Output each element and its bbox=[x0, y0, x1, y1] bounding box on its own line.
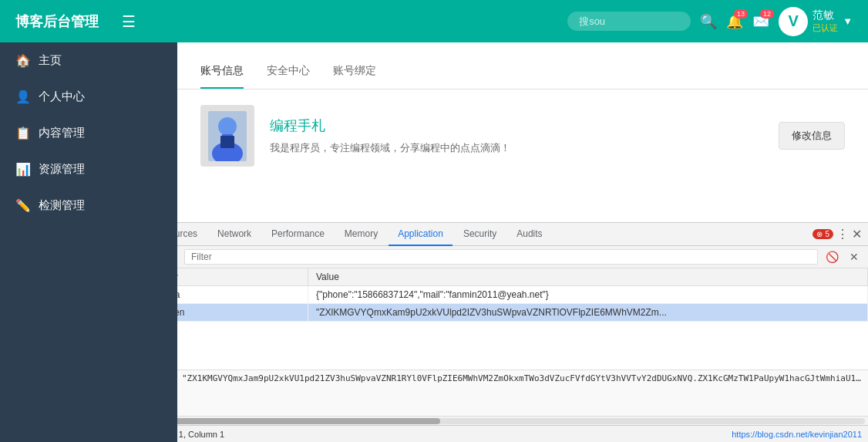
sidebar-item-home[interactable]: 🏠 主页 bbox=[0, 42, 177, 79]
row-value-token: "ZXlKMGVYQmxKam9pU2xkVUlpd2IZV3huSWpvaVZ… bbox=[308, 304, 868, 321]
sidebar-label-detection: 检测管理 bbox=[39, 198, 85, 213]
page-tabs: 账号信息 安全中心 账号绑定 bbox=[200, 58, 845, 89]
chevron-down-icon: ▼ bbox=[843, 15, 853, 27]
detection-icon: ✏️ bbox=[15, 198, 31, 213]
home-icon: 🏠 bbox=[15, 53, 31, 68]
profile-name: 编程手札 bbox=[270, 116, 763, 135]
table-row[interactable]: token "ZXlKMGVYQmxKam9pU2xkVUlpd2IZV3huS… bbox=[154, 304, 868, 322]
col-key: Key bbox=[154, 268, 308, 285]
profile-section: 编程手札 我是程序员，专注编程领域，分享编程中的点点滴滴！ 修改信息 bbox=[177, 89, 868, 182]
search-icon-btn[interactable]: 🔍 bbox=[700, 13, 717, 30]
devtools-more-icon[interactable]: ⋮ bbox=[836, 227, 849, 241]
avatar: V bbox=[779, 7, 808, 36]
profile-desc: 我是程序员，专注编程领域，分享编程中的点点滴滴！ bbox=[270, 141, 763, 155]
devtools-right-icons: ⊗ 5 ⋮ ✕ bbox=[812, 227, 862, 241]
block-icon[interactable]: 🚫 bbox=[823, 249, 842, 265]
scrollbar-thumb[interactable] bbox=[157, 418, 440, 424]
profile-avatar bbox=[200, 105, 254, 167]
preview-content: "ZX1KMGVYQmxJam9pU2xkVU1pd21ZV3huSWpvaVZ… bbox=[182, 373, 862, 383]
notification-badge: 13 bbox=[734, 9, 748, 19]
row-value-data: {"phone":"15866837124","mail":"fanmin201… bbox=[308, 286, 868, 303]
table-body: data {"phone":"15866837124","mail":"fanm… bbox=[154, 286, 868, 369]
preview-panel: 1 "ZX1KMGVYQmxJam9pU2xkVU1pd21ZV3huSWpva… bbox=[154, 369, 868, 416]
filter-input[interactable] bbox=[184, 249, 818, 265]
svg-rect-4 bbox=[220, 136, 234, 148]
user-avatar-section[interactable]: V 范敏 已认证 ▼ bbox=[779, 7, 853, 36]
tab-account-bind[interactable]: 账号绑定 bbox=[333, 58, 376, 89]
devtools-tab-network[interactable]: Network bbox=[208, 223, 261, 246]
devtools-tab-application[interactable]: Application bbox=[389, 223, 453, 246]
resource-icon: 📊 bbox=[15, 162, 31, 177]
sidebar-item-content[interactable]: 📋 内容管理 bbox=[0, 115, 177, 151]
url-text: https://blog.csdn.net/kevinjian2011 bbox=[732, 430, 862, 439]
scrollbar-track bbox=[157, 418, 865, 424]
hamburger-menu[interactable]: ☰ bbox=[122, 12, 567, 31]
data-table: Key Value data {"phone":"15866837124","m… bbox=[154, 268, 868, 369]
table-header: Key Value bbox=[154, 268, 868, 286]
app-logo: 博客后台管理 bbox=[15, 12, 99, 31]
error-count-badge: ⊗ 5 bbox=[812, 229, 833, 239]
sidebar: 🏠 主页 👤 个人中心 📋 内容管理 📊 资源管理 ✏️ 检测管理 bbox=[0, 42, 177, 442]
notification-bell[interactable]: 🔔 13 bbox=[726, 13, 743, 30]
content-icon: 📋 bbox=[15, 126, 31, 140]
tab-security[interactable]: 安全中心 bbox=[267, 58, 310, 89]
user-icon: 👤 bbox=[15, 89, 31, 104]
top-navigation: 博客后台管理 ☰ 🔍 🔔 13 ✉️ 12 V 范敏 已认证 ▼ bbox=[0, 0, 868, 42]
devtools-tab-security[interactable]: Security bbox=[454, 223, 506, 246]
sidebar-item-detection[interactable]: ✏️ 检测管理 bbox=[0, 187, 177, 224]
user-status: 已认证 bbox=[812, 22, 838, 34]
devtools-tab-performance[interactable]: Performance bbox=[262, 223, 334, 246]
edit-profile-button[interactable]: 修改信息 bbox=[779, 122, 845, 150]
preview-line: 1 "ZX1KMGVYQmxJam9pU2xkVU1pd21ZV3huSWpva… bbox=[160, 373, 862, 383]
sidebar-label-home: 主页 bbox=[39, 53, 62, 68]
sidebar-label-content: 内容管理 bbox=[39, 126, 85, 140]
devtools-statusbar: Line 1, Column 1 https://blog.csdn.net/k… bbox=[154, 425, 868, 442]
devtools-close-icon[interactable]: ✕ bbox=[852, 227, 862, 241]
profile-info: 编程手札 我是程序员，专注编程领域，分享编程中的点点滴滴！ bbox=[270, 116, 763, 155]
user-name: 范敏 bbox=[812, 8, 838, 22]
user-info: 范敏 已认证 bbox=[812, 8, 838, 34]
page-header: 账号信息 安全中心 账号绑定 bbox=[177, 42, 868, 89]
horizontal-scrollbar[interactable] bbox=[154, 416, 868, 425]
message-badge: 12 bbox=[760, 9, 774, 19]
devtools-tab-memory[interactable]: Memory bbox=[335, 223, 387, 246]
devtools-toolbar: 🔄 🚫 ✕ bbox=[154, 246, 868, 268]
message-icon[interactable]: ✉️ 12 bbox=[752, 13, 769, 30]
clear-icon[interactable]: ✕ bbox=[846, 249, 862, 265]
devtools-tab-audits[interactable]: Audits bbox=[507, 223, 551, 246]
svg-point-1 bbox=[218, 117, 237, 136]
search-input[interactable] bbox=[567, 12, 691, 31]
sidebar-label-resource: 资源管理 bbox=[39, 162, 85, 177]
tab-account-info[interactable]: 账号信息 bbox=[200, 58, 244, 89]
row-key-token: token bbox=[154, 304, 308, 321]
sidebar-label-profile: 个人中心 bbox=[39, 89, 85, 104]
header-right: 🔍 🔔 13 ✉️ 12 V 范敏 已认证 ▼ bbox=[567, 7, 853, 36]
table-row[interactable]: data {"phone":"15866837124","mail":"fanm… bbox=[154, 286, 868, 304]
sidebar-item-resource[interactable]: 📊 资源管理 bbox=[0, 151, 177, 187]
sidebar-item-profile[interactable]: 👤 个人中心 bbox=[0, 79, 177, 115]
col-value: Value bbox=[308, 268, 868, 285]
row-key-data: data bbox=[154, 286, 308, 303]
devtools-main: 🔄 🚫 ✕ Key Value data {"phone":"158668371… bbox=[154, 246, 868, 442]
